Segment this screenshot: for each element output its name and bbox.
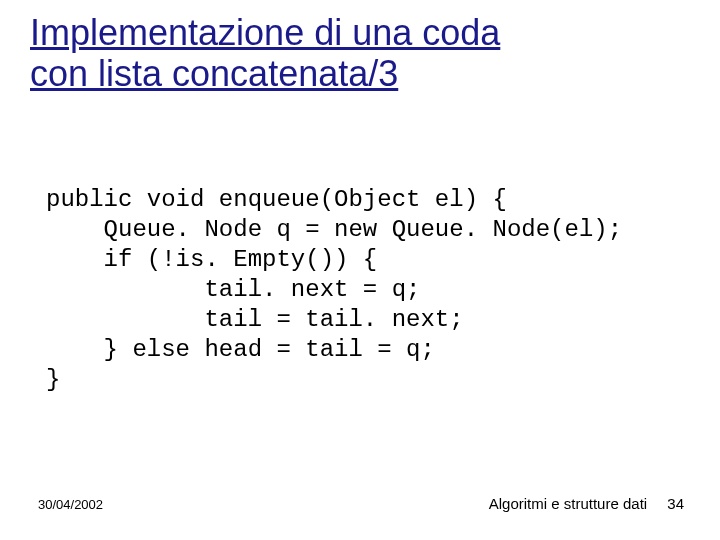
footer-page-number: 34 [667,495,684,512]
title-line-2: con lista concatenata/3 [30,53,398,94]
slide-title: Implementazione di una coda con lista co… [30,12,500,95]
footer-date: 30/04/2002 [38,497,103,512]
footer-right: Algoritmi e strutture dati 34 [489,495,684,512]
slide: Implementazione di una coda con lista co… [0,0,720,540]
code-block: public void enqueue(Object el) { Queue. … [46,185,622,395]
footer-label: Algoritmi e strutture dati [489,495,647,512]
title-line-1: Implementazione di una coda [30,12,500,53]
